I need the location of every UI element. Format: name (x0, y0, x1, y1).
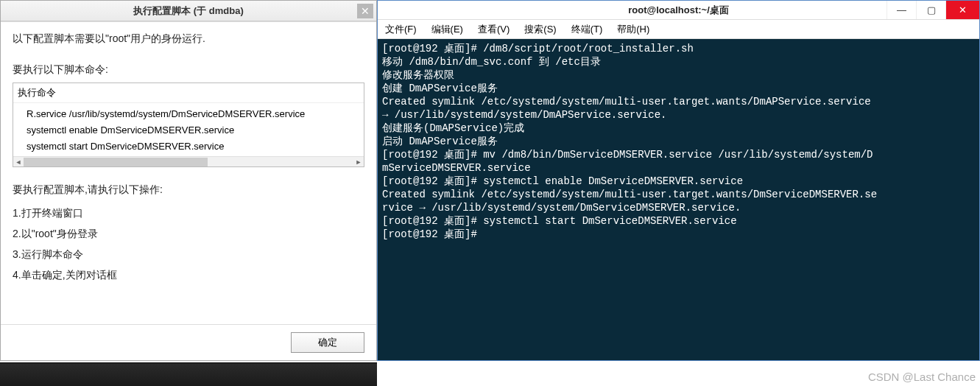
script-item: systemctl enable DmServiceDMSERVER.servi… (27, 122, 364, 138)
config-script-dialog: 执行配置脚本 (于 dmdba) ✕ 以下配置脚本需要以"root"用户的身份运… (0, 0, 377, 361)
minimize-button[interactable]: — (886, 1, 916, 19)
menu-help[interactable]: 帮助(H) (617, 23, 649, 36)
menu-terminal[interactable]: 终端(T) (571, 23, 603, 36)
terminal-title: root@localhost:~/桌面 (628, 4, 729, 17)
dialog-intro-text: 以下配置脚本需要以"root"用户的身份运行. (13, 32, 364, 46)
script-section-label: 要执行以下脚本命令: (13, 63, 364, 77)
dialog-title: 执行配置脚本 (于 dmdba) (133, 4, 244, 18)
maximize-button[interactable]: ▢ (916, 1, 945, 19)
menu-edit[interactable]: 编辑(E) (431, 23, 463, 36)
dialog-titlebar[interactable]: 执行配置脚本 (于 dmdba) ✕ (1, 1, 376, 21)
dialog-body: 以下配置脚本需要以"root"用户的身份运行. 要执行以下脚本命令: 执行命令 … (1, 21, 376, 324)
ok-button[interactable]: 确定 (291, 332, 364, 353)
steps-list: 1.打开终端窗口 2.以"root"身份登录 3.运行脚本命令 4.单击确定,关… (13, 203, 364, 285)
horizontal-scrollbar[interactable]: ◄ ► (13, 156, 364, 166)
steps-label: 要执行配置脚本,请执行以下操作: (13, 183, 364, 197)
script-box-header: 执行命令 (13, 83, 364, 103)
maximize-icon: ▢ (927, 4, 936, 15)
terminal-titlebar[interactable]: root@localhost:~/桌面 — ▢ ✕ (378, 1, 979, 20)
step-item: 1.打开终端窗口 (13, 203, 364, 223)
step-item: 4.单击确定,关闭对话框 (13, 264, 364, 285)
script-command-box: 执行命令 R.service /usr/lib/systemd/system/D… (13, 83, 364, 167)
close-button[interactable]: ✕ (945, 1, 979, 19)
script-list: R.service /usr/lib/systemd/system/DmServ… (13, 103, 364, 156)
menu-search[interactable]: 搜索(S) (524, 23, 556, 36)
close-icon: ✕ (959, 4, 967, 15)
scroll-left-icon[interactable]: ◄ (13, 157, 24, 167)
step-item: 2.以"root"身份登录 (13, 223, 364, 244)
dialog-close-button[interactable]: ✕ (357, 4, 373, 18)
terminal-window: root@localhost:~/桌面 — ▢ ✕ 文件(F) 编辑(E) 查看… (377, 0, 980, 361)
step-item: 3.运行脚本命令 (13, 244, 364, 264)
terminal-menu: 文件(F) 编辑(E) 查看(V) 搜索(S) 终端(T) 帮助(H) (378, 20, 979, 39)
terminal-output[interactable]: [root@192 桌面]# /dm8/script/root/root_ins… (378, 39, 979, 360)
close-icon: ✕ (361, 5, 370, 17)
minimize-icon: — (897, 4, 906, 15)
watermark: CSDN @Last Chance (868, 371, 976, 383)
menu-file[interactable]: 文件(F) (385, 23, 417, 36)
menu-view[interactable]: 查看(V) (478, 23, 510, 36)
scroll-thumb[interactable] (24, 158, 208, 166)
dialog-button-row: 确定 (1, 324, 376, 360)
script-item: systemctl start DmServiceDMSERVER.servic… (27, 138, 364, 155)
scroll-right-icon[interactable]: ► (353, 157, 364, 167)
taskbar[interactable] (0, 362, 377, 386)
script-item: R.service /usr/lib/systemd/system/DmServ… (27, 106, 364, 122)
